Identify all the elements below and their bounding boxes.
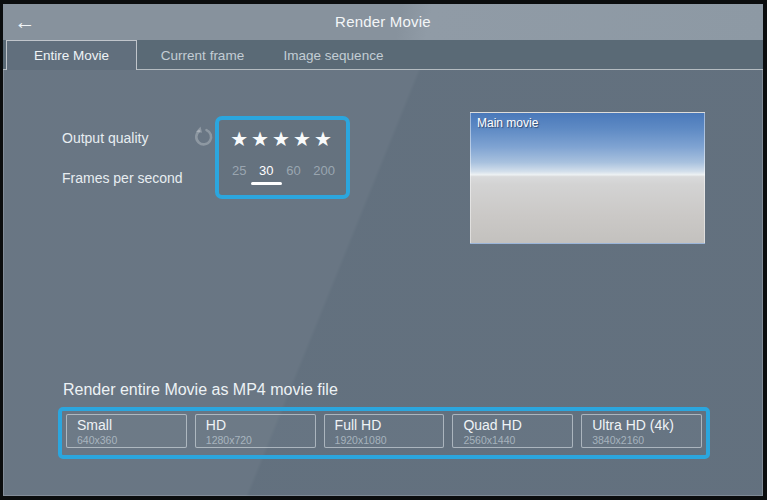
fps-option-60[interactable]: 60 [286, 163, 300, 178]
star-rating[interactable]: ★★★★★ [219, 127, 346, 151]
preset-resolution: 1920x1080 [335, 434, 444, 446]
output-quality-label: Output quality [62, 130, 148, 146]
preset-resolution: 1280x720 [206, 434, 315, 446]
star-icon[interactable]: ★ [293, 127, 314, 151]
preview-title: Main movie [477, 116, 538, 130]
tab-image-sequence[interactable]: Image sequence [268, 40, 399, 70]
tab-bar: Entire Movie Current frame Image sequenc… [3, 40, 763, 70]
page-title: Render Movie [3, 4, 763, 40]
preset-resolution: 2560x1440 [463, 434, 572, 446]
preset-full-hd-button[interactable]: Full HD 1920x1080 [324, 414, 445, 448]
preset-ultra-hd-button[interactable]: Ultra HD (4k) 3840x2160 [581, 414, 702, 448]
fps-option-25[interactable]: 25 [232, 163, 246, 178]
preset-label: HD [206, 417, 315, 434]
tab-content-entire-movie: Output quality ★★★★★ 25 30 60 200 Frames… [3, 70, 763, 496]
dialog-header: ← Render Movie [3, 4, 763, 40]
tab-entire-movie[interactable]: Entire Movie [6, 40, 137, 70]
render-section-heading: Render entire Movie as MP4 movie file [63, 381, 338, 399]
star-icon[interactable]: ★ [230, 127, 251, 151]
star-icon[interactable]: ★ [314, 127, 335, 151]
preset-hd-button[interactable]: HD 1280x720 [195, 414, 316, 448]
movie-preview-thumbnail: Main movie [470, 112, 705, 244]
screen-frame: ← Render Movie Entire Movie Current fram… [0, 0, 767, 500]
preset-quad-hd-button[interactable]: Quad HD 2560x1440 [452, 414, 573, 448]
preset-label: Quad HD [463, 417, 572, 434]
render-movie-dialog: ← Render Movie Entire Movie Current fram… [3, 4, 763, 496]
resolution-presets-highlight-box: Small 640x360 HD 1280x720 Full HD 1920x1… [58, 407, 710, 459]
quality-settings-highlight-box: ★★★★★ 25 30 60 200 [215, 116, 350, 199]
star-icon[interactable]: ★ [251, 127, 272, 151]
fps-selector: 25 30 60 200 [219, 163, 346, 178]
preset-resolution: 640x360 [77, 434, 186, 446]
tab-current-frame[interactable]: Current frame [137, 40, 268, 70]
star-icon[interactable]: ★ [272, 127, 293, 151]
preset-resolution: 3840x2160 [592, 434, 701, 446]
frames-per-second-label: Frames per second [62, 170, 183, 186]
preset-label: Full HD [335, 417, 444, 434]
undo-icon[interactable] [192, 125, 216, 149]
fps-option-200[interactable]: 200 [313, 163, 335, 178]
fps-option-30[interactable]: 30 [259, 163, 273, 178]
preset-small-button[interactable]: Small 640x360 [66, 414, 187, 448]
preset-label: Ultra HD (4k) [592, 417, 701, 434]
preset-label: Small [77, 417, 186, 434]
